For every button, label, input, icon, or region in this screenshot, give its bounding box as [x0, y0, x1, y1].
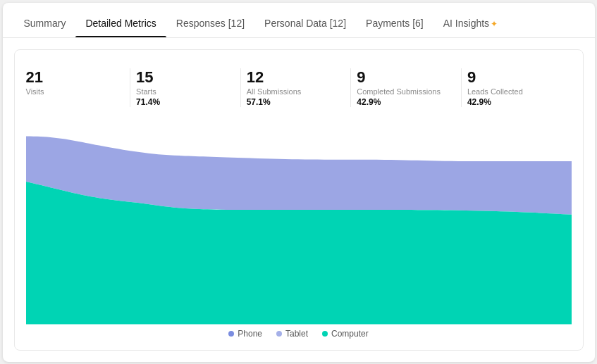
- metric-label-2: All Submissions: [247, 87, 345, 96]
- legend-item-tablet: Tablet: [276, 329, 308, 339]
- legend-label-phone: Phone: [238, 329, 262, 339]
- legend-item-phone: Phone: [228, 329, 262, 339]
- chart-container: [26, 113, 572, 325]
- metric-col-0: 21Visits: [26, 68, 131, 107]
- nav-tab-summary[interactable]: Summary: [14, 18, 76, 37]
- legend-dot-tablet: [276, 331, 282, 337]
- nav-tab-ai-insights[interactable]: AI Insights✦: [433, 18, 507, 37]
- legend-dot-computer: [322, 331, 328, 337]
- nav-tab-responses-12[interactable]: Responses [12]: [166, 18, 254, 37]
- nav-tab-detailed-metrics[interactable]: Detailed Metrics: [75, 18, 166, 37]
- nav-bar: SummaryDetailed MetricsResponses [12]Per…: [3, 3, 595, 38]
- metric-pct-4: 42.9%: [467, 97, 566, 107]
- metric-number-4: 9: [467, 68, 566, 87]
- conversion-funnel-card: 21Visits15Starts71.4%12All Submissions57…: [14, 49, 584, 351]
- metric-pct-2: 57.1%: [247, 97, 345, 107]
- legend-label-tablet: Tablet: [285, 329, 308, 339]
- metric-label-4: Leads Collected: [467, 87, 566, 96]
- nav-tab-personal-data-12[interactable]: Personal Data [12]: [254, 18, 356, 37]
- metric-number-0: 21: [26, 68, 125, 87]
- metric-label-0: Visits: [26, 87, 125, 96]
- metric-col-1: 15Starts71.4%: [130, 68, 241, 107]
- content-area: 21Visits15Starts71.4%12All Submissions57…: [3, 38, 595, 362]
- metric-label-3: Completed Submissions: [357, 87, 455, 96]
- metric-label-1: Starts: [136, 87, 235, 96]
- metric-number-1: 15: [136, 68, 235, 87]
- metric-col-4: 9Leads Collected42.9%: [462, 68, 572, 107]
- app-container: SummaryDetailed MetricsResponses [12]Per…: [3, 3, 595, 362]
- metrics-row: 21Visits15Starts71.4%12All Submissions57…: [26, 68, 572, 107]
- metric-col-3: 9Completed Submissions42.9%: [351, 68, 462, 107]
- metric-number-2: 12: [247, 68, 345, 87]
- metric-pct-1: 71.4%: [136, 97, 235, 107]
- funnel-chart: [26, 113, 572, 325]
- legend-item-computer: Computer: [322, 329, 369, 339]
- chart-legend: PhoneTabletComputer: [26, 325, 572, 339]
- nav-tab-payments-6[interactable]: Payments [6]: [356, 18, 433, 37]
- metric-pct-3: 42.9%: [357, 97, 455, 107]
- legend-dot-phone: [228, 331, 234, 337]
- metric-number-3: 9: [357, 68, 455, 87]
- legend-label-computer: Computer: [331, 329, 369, 339]
- metric-col-2: 12All Submissions57.1%: [241, 68, 352, 107]
